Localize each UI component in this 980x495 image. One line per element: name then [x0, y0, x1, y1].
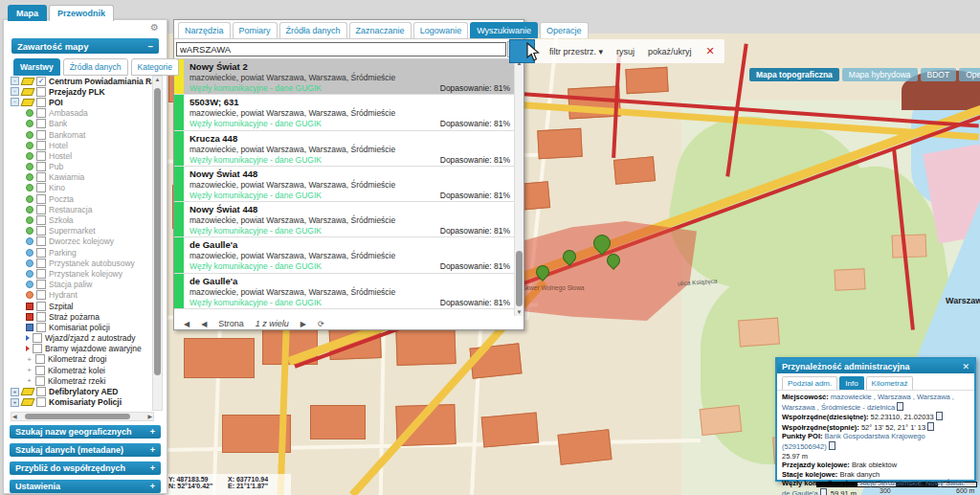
scrollbar-thumb[interactable] — [154, 88, 161, 375]
scroll-right-icon[interactable]: ▶ — [147, 413, 152, 420]
prev-page-icon[interactable]: ◀ — [201, 320, 207, 328]
tab-zrodla-danych[interactable]: Źródła danych — [63, 58, 128, 76]
tab-przewodnik[interactable]: Przewodnik — [49, 5, 114, 21]
tree-item[interactable]: Pub — [11, 162, 152, 172]
search-result[interactable]: de Gaulle'a mazowieckie, powiat Warszawa… — [174, 237, 523, 273]
scrollbar-thumb[interactable] — [516, 251, 523, 306]
copy-icon[interactable] — [820, 488, 827, 495]
tree-item[interactable]: Ambasada — [11, 108, 152, 119]
layer-checkbox[interactable] — [36, 236, 46, 246]
basemap-osm[interactable]: Open Street Map — [959, 68, 980, 81]
close-icon[interactable]: ✕ — [962, 362, 969, 371]
scroll-left-icon[interactable]: ◀ — [12, 413, 17, 420]
search-result[interactable]: Krucza 448 mazowieckie, powiat Warszawa,… — [174, 131, 523, 167]
plus-icon[interactable]: + — [150, 463, 155, 473]
tree-item[interactable]: Komisariat policji — [11, 322, 152, 332]
layer-checkbox[interactable] — [36, 302, 46, 311]
layer-checkbox[interactable] — [36, 397, 46, 407]
expand-icon[interactable]: - — [11, 87, 19, 96]
tree-item[interactable]: Poczta — [11, 193, 152, 204]
tree-item[interactable]: Przystanek kolejowy — [11, 268, 152, 279]
tab-narzedzia[interactable]: Narzędzia — [178, 22, 231, 38]
tab-kilometraz[interactable]: Kilometraż — [866, 376, 914, 390]
copy-icon[interactable] — [927, 422, 934, 431]
accordion-szukaj-nazw[interactable]: Szukaj nazw geograficznych+ — [10, 425, 161, 439]
tree-item[interactable]: Straż pożarna — [11, 311, 152, 322]
tree-item[interactable]: -✓Centrum Powiadamiania Ratunkow — [11, 76, 152, 86]
layer-checkbox[interactable] — [36, 248, 46, 258]
plus-icon[interactable]: + — [150, 482, 155, 491]
layer-checkbox[interactable] — [36, 183, 46, 192]
collapse-icon[interactable]: − — [147, 41, 153, 52]
expand-icon[interactable]: + — [11, 388, 19, 396]
copy-icon[interactable] — [936, 412, 943, 420]
layer-checkbox[interactable] — [36, 151, 46, 161]
search-result[interactable]: Nowy Świat 448 mazowieckie, powiat Warsz… — [174, 167, 523, 202]
scrollbar-thumb[interactable] — [25, 414, 130, 419]
tree-item[interactable]: Wjazd/zjazd z autostrady — [11, 333, 152, 344]
tree-item[interactable]: +Kilometraż drogi — [11, 354, 152, 365]
copy-icon[interactable] — [897, 402, 903, 411]
search-result[interactable]: 5503W; 631 mazowieckie, powiat Warszawa,… — [174, 95, 523, 130]
plus-icon[interactable]: + — [150, 427, 155, 437]
info-panel-header[interactable]: Przynależność administracyjna ✕ — [777, 359, 974, 373]
tab-info[interactable]: Info — [839, 376, 863, 390]
layer-checkbox[interactable] — [36, 269, 46, 279]
scroll-down-icon[interactable]: ▼ — [515, 309, 523, 315]
tab-warstwy[interactable]: Warstwy — [13, 58, 60, 76]
tree-item[interactable]: +Komisariaty Policji — [11, 397, 152, 408]
layer-checkbox[interactable] — [36, 141, 46, 150]
map-content-header[interactable]: Zawartość mapy − — [11, 38, 159, 54]
tab-operacje[interactable]: Operacje — [540, 22, 589, 38]
next-page-icon[interactable]: ▶ — [301, 320, 306, 328]
tree-item[interactable]: Hydrant — [11, 290, 152, 301]
layer-checkbox[interactable] — [35, 354, 45, 364]
plus-icon[interactable]: + — [150, 445, 155, 455]
basemap-hybrid[interactable]: Mapa hybrydowa — [842, 68, 918, 81]
layer-checkbox[interactable] — [36, 387, 46, 396]
layer-checkbox[interactable] — [35, 376, 45, 386]
expand-icon[interactable]: - — [11, 77, 19, 85]
expand-icon[interactable]: + — [11, 398, 19, 407]
accordion-ustawienia[interactable]: Ustawienia+ — [10, 480, 161, 493]
results-scrollbar[interactable]: ▲ ▼ — [514, 59, 523, 316]
tree-item[interactable]: Parking — [11, 247, 152, 258]
expand-icon[interactable]: - — [11, 98, 19, 106]
tree-item[interactable]: +Defibrylatory AED — [11, 386, 152, 396]
search-result[interactable]: Nowy Świat 448 mazowieckie, powiat Warsz… — [174, 202, 523, 237]
search-result[interactable]: de Gaulle'a mazowieckie, powiat Warszawa… — [174, 274, 523, 309]
show-hide-button[interactable]: pokaż/ukryj — [648, 47, 692, 56]
tree-item[interactable]: -POI — [11, 97, 152, 107]
refresh-icon[interactable]: ⟳ — [318, 320, 324, 328]
draw-button[interactable]: rysuj — [616, 47, 635, 56]
tab-mapa[interactable]: Mapa — [8, 5, 47, 21]
layer-checkbox[interactable] — [36, 312, 46, 322]
scroll-up-icon[interactable]: ▲ — [153, 77, 162, 82]
tab-zrodla-danych[interactable]: Źródła danych — [279, 22, 347, 38]
layer-checkbox[interactable] — [36, 226, 46, 236]
layer-checkbox[interactable] — [36, 87, 46, 97]
tab-kategorie[interactable]: Kategorie — [131, 58, 179, 76]
layer-checkbox[interactable] — [33, 344, 42, 353]
layer-checkbox[interactable] — [36, 98, 46, 107]
tree-item[interactable]: Przystanek autobusowy — [11, 258, 152, 268]
tab-logowanie[interactable]: Logowanie — [413, 22, 469, 38]
copy-icon[interactable] — [829, 441, 835, 450]
layer-checkbox[interactable] — [36, 194, 46, 204]
accordion-przybliz[interactable]: Przybliż do współrzędnych+ — [10, 461, 161, 475]
tree-item[interactable]: Bramy wjazdowe awaryjne — [11, 344, 152, 354]
layer-checkbox[interactable] — [36, 323, 46, 332]
basemap-bdot[interactable]: BDOT — [921, 68, 957, 81]
tab-zaznaczanie[interactable]: Zaznaczanie — [349, 22, 412, 38]
layer-checkbox[interactable] — [36, 130, 46, 140]
pan-tool-button[interactable] — [509, 39, 535, 63]
tree-item[interactable]: Restauracja — [11, 204, 152, 214]
tree-horizontal-scrollbar[interactable]: ◀ ▶ — [11, 412, 154, 421]
layer-checkbox[interactable] — [36, 108, 46, 118]
tree-item[interactable]: Stacja paliw — [11, 280, 152, 290]
tree-item[interactable]: Szkoła — [11, 214, 152, 225]
tab-wyszukiwanie[interactable]: Wyszukiwanie — [470, 22, 538, 38]
tree-item[interactable]: Hostel — [11, 150, 152, 161]
layer-checkbox[interactable] — [35, 366, 45, 375]
tree-vertical-scrollbar[interactable]: ▲ — [152, 76, 163, 411]
